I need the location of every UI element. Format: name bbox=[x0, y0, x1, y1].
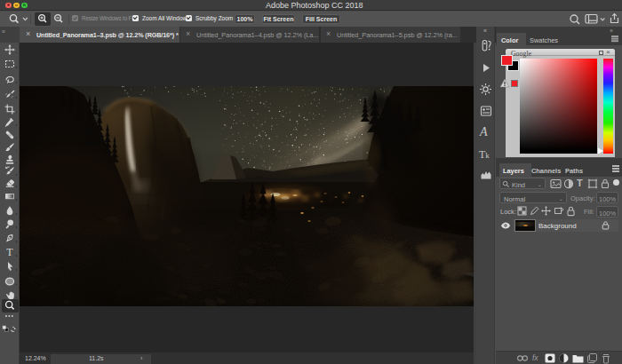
svg-text:T: T bbox=[6, 247, 13, 257]
